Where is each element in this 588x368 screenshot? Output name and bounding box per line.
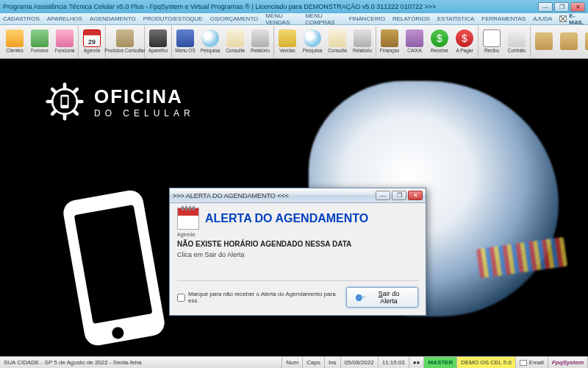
toolbar-a-pagar-button[interactable]: $A Pagar: [452, 26, 477, 57]
status-caps: Caps: [303, 357, 325, 368]
toolbar-recibo-button[interactable]: Recibo: [479, 26, 504, 57]
alert-dialog: >>> ALERTA DO AGENDAMENTO <<< ― ❐ ✕ Agen…: [169, 188, 426, 316]
toolbar-consulta-button[interactable]: Consulta: [223, 26, 248, 57]
menu-ferramentas[interactable]: FERRAMENTAS: [481, 15, 526, 22]
toolbar-contrato-button[interactable]: Contrato: [504, 26, 529, 57]
dialog-subtext: Clica em Sair do Alerta: [177, 251, 418, 258]
menu-vendas[interactable]: MENU VENDAS: [265, 13, 298, 26]
clientes-icon: [6, 29, 24, 47]
toolbar-menu-os-button[interactable]: Menu OS: [173, 26, 198, 57]
status-date: 05/08/2022: [341, 357, 379, 368]
toolbar-vendas-button[interactable]: Vendas: [275, 26, 300, 57]
mail-icon: [520, 360, 527, 366]
misc-icon: [535, 32, 553, 50]
fornece-icon: [31, 29, 49, 47]
status-location: SUA CIDADE - SP 5 de Agosto de 2022 - Se…: [0, 357, 282, 368]
aparelho-icon: [149, 29, 167, 47]
toolbar-icon-button[interactable]: [556, 26, 581, 57]
status-brand: FpqSystem: [548, 357, 588, 368]
status-email[interactable]: Email: [516, 357, 548, 368]
toolbar-agenda-button[interactable]: Agenda: [79, 26, 104, 57]
statusbar: SUA CIDADE - SP 5 de Agosto de 2022 - Se…: [0, 356, 588, 368]
dialog-close-button[interactable]: ✕: [408, 191, 423, 200]
pesquisa-icon: [304, 29, 321, 47]
agenda-icon: [83, 29, 101, 47]
menu-financeiro[interactable]: FINANCEIRO: [349, 15, 385, 22]
toolbar-relatório-button[interactable]: Relatório: [248, 26, 273, 57]
produtos-icon: [116, 29, 134, 47]
consulta-icon: [226, 29, 244, 47]
toolbar-icon-button[interactable]: [531, 26, 556, 57]
relatorio-icon: [354, 29, 371, 47]
window-controls: ― ❐ ✕: [538, 2, 585, 12]
email-icon: [559, 15, 567, 22]
brand-logo: OFICINA DO CELULAR: [44, 81, 195, 122]
dialog-titlebar[interactable]: >>> ALERTA DO AGENDAMENTO <<< ― ❐ ✕: [170, 188, 426, 203]
minimize-button[interactable]: ―: [538, 2, 553, 12]
main-toolbar: ClientesForneceFuncionaAgendaProdutos Co…: [0, 25, 588, 59]
toolbar-fornece-button[interactable]: Fornece: [27, 26, 52, 57]
toolbar-clientes-button[interactable]: Clientes: [2, 26, 27, 57]
dialog-icon-label: Agenda: [177, 232, 195, 237]
consulta-icon: [329, 29, 346, 47]
misc-icon: [585, 32, 588, 50]
close-button[interactable]: ✕: [570, 2, 585, 12]
exit-icon: [356, 294, 366, 302]
dialog-suppress-checkbox[interactable]: Marque para não receber o Alerta do Agen…: [177, 291, 346, 304]
window-title: Programa Assistência Técnica Celular v5.…: [3, 3, 538, 10]
menubar: CADASTROS APARELHOS AGENDAMENTO PRODUTO/…: [0, 13, 588, 25]
status-master: MASTER: [424, 357, 457, 368]
caixa-icon: [406, 29, 423, 47]
toolbar-relatório-button[interactable]: Relatório: [350, 26, 375, 57]
pesquisa-icon: [201, 29, 219, 47]
svg-rect-2: [62, 96, 67, 105]
phone-graphic: [51, 187, 184, 349]
menu-estatistica[interactable]: ESTATÍSTICA: [437, 15, 474, 22]
contrato-icon: [508, 29, 526, 47]
logo-line2: DO CELULAR: [94, 108, 195, 118]
dialog-message: NÃO EXISTE HORÁRIO AGENDADO NESSA DATA: [177, 240, 418, 248]
menuos-icon: [176, 29, 194, 47]
financas-icon: [381, 29, 398, 47]
menu-os-orcamento[interactable]: OS/ORÇAMENTO: [210, 15, 259, 22]
menu-cadastros[interactable]: CADASTROS: [3, 15, 40, 22]
toolbar-receber-button[interactable]: $Receber: [427, 26, 452, 57]
window-titlebar: Programa Assistência Técnica Celular v5.…: [0, 0, 588, 13]
menu-ajuda[interactable]: AJUDA: [533, 15, 552, 22]
vendas-icon: [279, 29, 296, 47]
menu-produto-estoque[interactable]: PRODUTO/ESTOQUE: [143, 15, 203, 22]
status-num: Num: [282, 357, 303, 368]
toolbar-funciona-button[interactable]: Funciona: [52, 26, 77, 57]
recibo-icon: [483, 29, 501, 47]
workspace: OFICINA DO CELULAR >>> ALERTA DO AGENDAM…: [0, 59, 588, 356]
apagar-icon: $: [456, 29, 473, 47]
menu-relatorios[interactable]: RELATÓRIOS: [392, 15, 430, 22]
exit-alert-button[interactable]: Sair do Alerta: [346, 287, 418, 308]
toolbar-icon-button[interactable]: [581, 26, 588, 57]
dialog-minimize-button[interactable]: ―: [376, 191, 390, 200]
toolbar-caixa-button[interactable]: CAIXA: [402, 26, 427, 57]
menu-aparelhos[interactable]: APARELHOS: [47, 15, 82, 22]
toolbar-aparelho-button[interactable]: Aparelho: [146, 26, 171, 57]
dialog-heading: ALERTA DO AGENDAMENTO: [205, 212, 368, 225]
funciona-icon: [56, 29, 74, 47]
toolbar-pesquisa-button[interactable]: Pesquisa: [300, 26, 325, 57]
toolbar-pesquisa-button[interactable]: Pesquisa: [198, 26, 223, 57]
maximize-button[interactable]: ❐: [554, 2, 569, 12]
relatorio-icon: [251, 29, 269, 47]
dialog-title: >>> ALERTA DO AGENDAMENTO <<<: [173, 192, 376, 199]
suppress-checkbox-input[interactable]: [177, 294, 185, 302]
toolbar-finanças-button[interactable]: Finanças: [377, 26, 402, 57]
toolbar-produtos-consultar-button[interactable]: Produtos Consultar: [107, 26, 143, 57]
menu-email-button[interactable]: E-MAIL: [559, 13, 585, 26]
menu-compras[interactable]: MENU COMPRAS: [305, 13, 341, 26]
toolbar-consulta-button[interactable]: Consulta: [325, 26, 350, 57]
status-time: 11:15:03: [379, 357, 409, 368]
dialog-maximize-button[interactable]: ❐: [392, 191, 406, 200]
receber-icon: $: [431, 29, 448, 47]
gear-phone-icon: [44, 81, 85, 122]
logo-line1: OFICINA: [94, 85, 195, 108]
menu-agendamento[interactable]: AGENDAMENTO: [90, 15, 136, 22]
status-demo: DEMO OS CEL 5.0: [457, 357, 516, 368]
calendar-icon: [177, 208, 199, 230]
